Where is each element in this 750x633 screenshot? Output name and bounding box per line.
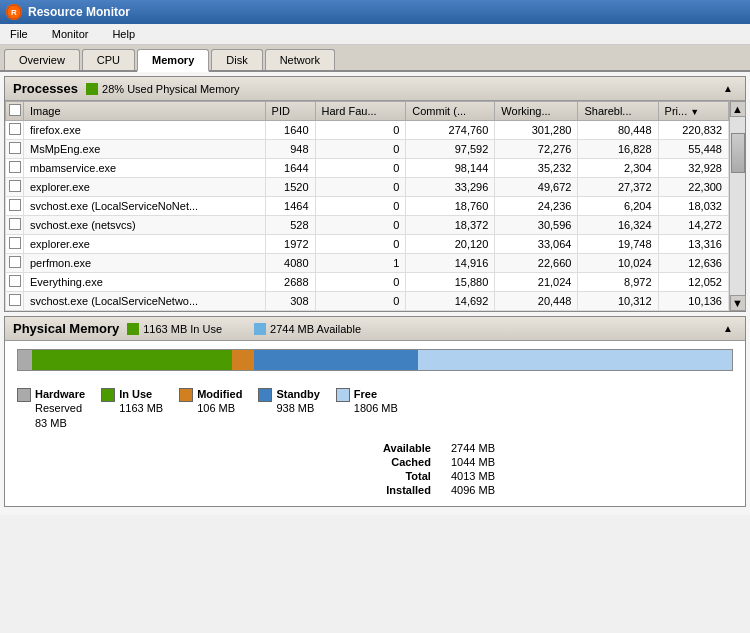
row-pid: 2688: [265, 273, 315, 292]
legend-color: [258, 388, 272, 402]
row-checkbox[interactable]: [6, 197, 24, 216]
row-checkbox[interactable]: [6, 140, 24, 159]
row-working: 24,236: [495, 197, 578, 216]
processes-status-text: 28% Used Physical Memory: [102, 83, 240, 95]
memory-bar-segment-in-use: [32, 350, 232, 370]
stat-label: Total: [145, 470, 431, 482]
table-row: mbamservice.exe 1644 0 98,144 35,232 2,3…: [6, 159, 729, 178]
scroll-thumb[interactable]: [731, 133, 745, 173]
memory-bar-container: [5, 341, 745, 379]
row-working: 30,596: [495, 216, 578, 235]
tab-memory[interactable]: Memory: [137, 49, 209, 72]
row-image: MsMpEng.exe: [24, 140, 266, 159]
row-pid: 1972: [265, 235, 315, 254]
row-image: svchost.exe (LocalServiceNetwo...: [24, 292, 266, 311]
scroll-up[interactable]: ▲: [730, 101, 746, 117]
tab-cpu[interactable]: CPU: [82, 49, 135, 70]
col-pid[interactable]: PID: [265, 102, 315, 121]
header-checkbox[interactable]: [9, 104, 21, 116]
row-image: perfmon.exe: [24, 254, 266, 273]
legend-text: Free 1806 MB: [354, 387, 398, 416]
stat-value: 4096 MB: [451, 484, 733, 496]
stat-value: 4013 MB: [451, 470, 733, 482]
legend-text: Modified 106 MB: [197, 387, 242, 416]
processes-status-dot: [86, 83, 98, 95]
svg-rect-4: [254, 323, 266, 335]
processes-scrollbar[interactable]: ▲ ▼: [729, 101, 745, 311]
col-image[interactable]: Image: [24, 102, 266, 121]
row-working: 20,448: [495, 292, 578, 311]
row-shareable: 6,204: [578, 197, 658, 216]
col-hardfault[interactable]: Hard Fau...: [315, 102, 406, 121]
row-commit: 15,880: [406, 273, 495, 292]
col-commit[interactable]: Commit (...: [406, 102, 495, 121]
stat-value: 2744 MB: [451, 442, 733, 454]
menu-help[interactable]: Help: [106, 26, 141, 42]
processes-table-wrapper: Image PID Hard Fau... Commit (... Workin…: [5, 101, 745, 311]
row-private: 18,032: [658, 197, 728, 216]
memory-stats: Available2744 MBCached1044 MBTotal4013 M…: [5, 438, 745, 506]
memory-collapse[interactable]: ▲: [719, 321, 737, 336]
row-image: explorer.exe: [24, 235, 266, 254]
row-pid: 1640: [265, 121, 315, 140]
tab-overview[interactable]: Overview: [4, 49, 80, 70]
row-commit: 18,760: [406, 197, 495, 216]
col-working[interactable]: Working...: [495, 102, 578, 121]
stat-label: Installed: [145, 484, 431, 496]
row-private: 12,636: [658, 254, 728, 273]
table-row: explorer.exe 1972 0 20,120 33,064 19,748…: [6, 235, 729, 254]
app-icon: R: [6, 4, 22, 20]
row-working: 35,232: [495, 159, 578, 178]
row-image: firefox.exe: [24, 121, 266, 140]
row-pid: 948: [265, 140, 315, 159]
tabs-bar: Overview CPU Memory Disk Network: [0, 45, 750, 72]
menu-monitor[interactable]: Monitor: [46, 26, 95, 42]
processes-table: Image PID Hard Fau... Commit (... Workin…: [5, 101, 729, 311]
row-private: 55,448: [658, 140, 728, 159]
row-pid: 528: [265, 216, 315, 235]
stat-value: 1044 MB: [451, 456, 733, 468]
row-private: 12,052: [658, 273, 728, 292]
legend-color: [179, 388, 193, 402]
legend-item: Free 1806 MB: [336, 387, 398, 416]
memory-inuse-status: 1163 MB In Use: [127, 323, 222, 335]
table-row: perfmon.exe 4080 1 14,916 22,660 10,024 …: [6, 254, 729, 273]
row-image: Everything.exe: [24, 273, 266, 292]
scroll-down[interactable]: ▼: [730, 295, 746, 311]
row-commit: 98,144: [406, 159, 495, 178]
memory-bar-segment-free: [418, 350, 732, 370]
row-image: explorer.exe: [24, 178, 266, 197]
row-hardfault: 0: [315, 140, 406, 159]
memory-inuse-text: 1163 MB In Use: [143, 323, 222, 335]
row-shareable: 80,448: [578, 121, 658, 140]
processes-table-scroll: Image PID Hard Fau... Commit (... Workin…: [5, 101, 729, 311]
processes-collapse[interactable]: ▲: [719, 81, 737, 96]
row-checkbox[interactable]: [6, 159, 24, 178]
row-checkbox[interactable]: [6, 121, 24, 140]
processes-section: Processes 28% Used Physical Memory ▲ Ima…: [4, 76, 746, 312]
legend-color: [336, 388, 350, 402]
tab-network[interactable]: Network: [265, 49, 335, 70]
row-working: 21,024: [495, 273, 578, 292]
row-checkbox[interactable]: [6, 235, 24, 254]
menu-bar: File Monitor Help: [0, 24, 750, 45]
memory-bar: [17, 349, 733, 371]
menu-file[interactable]: File: [4, 26, 34, 42]
row-private: 220,832: [658, 121, 728, 140]
svg-text:R: R: [11, 8, 17, 17]
physical-memory-section: Physical Memory 1163 MB In Use 2744 MB A…: [4, 316, 746, 507]
legend-text: In Use 1163 MB: [119, 387, 163, 416]
row-checkbox[interactable]: [6, 216, 24, 235]
row-working: 72,276: [495, 140, 578, 159]
row-checkbox[interactable]: [6, 292, 24, 311]
row-checkbox[interactable]: [6, 178, 24, 197]
tab-disk[interactable]: Disk: [211, 49, 262, 70]
row-checkbox[interactable]: [6, 273, 24, 292]
row-image: svchost.exe (LocalServiceNoNet...: [24, 197, 266, 216]
row-commit: 14,916: [406, 254, 495, 273]
memory-title: Physical Memory: [13, 321, 119, 336]
row-checkbox[interactable]: [6, 254, 24, 273]
col-shareable[interactable]: Sharebl...: [578, 102, 658, 121]
col-private[interactable]: Pri... ▼: [658, 102, 728, 121]
row-working: 22,660: [495, 254, 578, 273]
